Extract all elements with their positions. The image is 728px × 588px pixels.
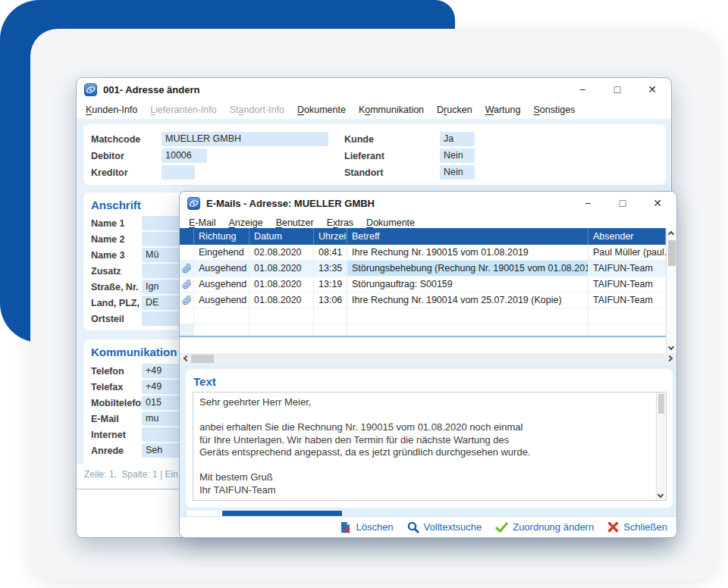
- col-attachment[interactable]: [180, 228, 194, 245]
- name3-label: Name 3: [91, 248, 124, 263]
- menu-standort-info: Standort-Info: [230, 105, 284, 115]
- menu-e-mail[interactable]: E-Mail: [189, 217, 215, 228]
- anrede-label: Anrede: [91, 443, 124, 458]
- maximize-button[interactable]: □: [606, 81, 629, 98]
- zusatz-label: Zusatz: [91, 264, 121, 279]
- telefax-label: Telefax: [91, 380, 123, 395]
- table-vertical-scrollbar[interactable]: [666, 228, 676, 353]
- debitor-input[interactable]: 10006: [162, 149, 207, 163]
- col-datum[interactable]: Datum: [249, 228, 314, 245]
- email-table-header[interactable]: Richtung Datum Uhrzeit Betreff Absender: [180, 228, 666, 245]
- menu-wartung[interactable]: Wartung: [485, 105, 521, 115]
- email-body-text[interactable]: Sehr geehrter Herr Meier, anbei erhalten…: [193, 392, 667, 501]
- matchcode-label: Matchcode: [91, 132, 140, 147]
- attachment-cell: [180, 292, 194, 308]
- adresse-kopf-panel: Matchcode MUELLER GMBH Kunde Ja Debitor …: [83, 124, 667, 186]
- email-row[interactable]: Ausgehend 01.08.2020 13:19 Störungauftra…: [180, 277, 666, 292]
- ortsteil-label: Ortsteil: [91, 311, 124, 327]
- debitor-label: Debitor: [91, 149, 124, 164]
- datum-cell: 02.08.2020: [249, 245, 314, 260]
- loeschen-button[interactable]: Löschen: [340, 521, 393, 533]
- attachment-cell: [180, 277, 194, 292]
- menu-dokumente[interactable]: Dokumente: [297, 105, 346, 115]
- email-row-selected[interactable]: Ausgehend 01.08.2020 13:35 Störungsbeheb…: [180, 261, 666, 277]
- matchcode-input[interactable]: MUELLER GMBH: [162, 132, 328, 146]
- uhrzeit-cell: 13:35: [314, 261, 347, 276]
- text-heading: Text: [193, 375, 216, 388]
- scrollbar-thumb[interactable]: [668, 240, 676, 266]
- email-label: E-Mail: [91, 411, 119, 427]
- col-betreff[interactable]: Betreff: [347, 228, 588, 245]
- menu-sonstiges[interactable]: Sonstiges: [533, 105, 575, 115]
- schliessen-button[interactable]: Schließen: [607, 521, 667, 533]
- menu-kunden-info[interactable]: Kunden-Info: [86, 105, 137, 115]
- menu-anzeige[interactable]: Anzeige: [228, 217, 262, 228]
- absender-cell: TAIFUN-Team: [588, 292, 666, 308]
- window2-toolbar: Löschen Volltextsuche Zuordnung ändern S…: [180, 516, 676, 537]
- absender-cell: Paul Müller (paul.m: [588, 245, 666, 260]
- datum-cell: 01.08.2020: [249, 261, 314, 276]
- email-row[interactable]: Eingehend 02.08.2020 08:41 Ihre Rechung …: [180, 245, 666, 261]
- table-horizontal-scrollbar[interactable]: [180, 353, 676, 364]
- paperclip-icon: [182, 280, 192, 289]
- window2-content: Text Sehr geehrter Herr Meier, anbei erh…: [180, 364, 676, 516]
- paperclip-icon: [182, 264, 192, 274]
- uhrzeit-cell: 13:06: [314, 292, 347, 308]
- menu-drucken[interactable]: Drucken: [437, 105, 472, 115]
- attachment-cell: [180, 245, 194, 260]
- search-icon: [407, 521, 419, 533]
- window2-titlebar[interactable]: E-Mails - Adresse: MUELLER GMBH − □ ✕: [180, 192, 676, 214]
- menu-kommunikation[interactable]: Kommunikation: [359, 105, 424, 115]
- minimize-button[interactable]: −: [576, 195, 599, 211]
- close-x-icon: [607, 521, 619, 533]
- window1-title: 001- Adresse ändern: [103, 84, 199, 95]
- absender-cell: TAIFUN-Team: [588, 261, 666, 276]
- window1-titlebar[interactable]: 001- Adresse ändern − □ ✕: [77, 78, 671, 101]
- scroll-up-icon[interactable]: [668, 231, 674, 237]
- close-button[interactable]: ✕: [641, 81, 664, 98]
- name2-label: Name 2: [91, 232, 124, 247]
- zuordnung-aendern-label: Zuordnung ändern: [513, 521, 594, 533]
- uhrzeit-cell: 08:41: [314, 245, 347, 260]
- lieferant-input[interactable]: Nein: [440, 149, 475, 163]
- richtung-cell: Ausgehend: [194, 277, 249, 292]
- text-vertical-scrollbar[interactable]: [656, 393, 665, 500]
- col-richtung[interactable]: Richtung: [194, 228, 249, 245]
- email-row[interactable]: Ausgehend 01.08.2020 13:06 Ihre Rechung …: [180, 292, 666, 308]
- close-button[interactable]: ✕: [646, 195, 669, 211]
- checkmark-icon: [495, 522, 508, 533]
- standort-input[interactable]: Nein: [440, 165, 475, 180]
- scroll-left-icon[interactable]: [184, 355, 190, 361]
- menu-extras[interactable]: Extras: [327, 217, 353, 228]
- kommunikation-heading: Kommunikation: [91, 346, 177, 358]
- telefon-label: Telefon: [91, 364, 124, 379]
- strasse-label: Straße, Nr.: [91, 280, 139, 295]
- volltextsuche-button[interactable]: Volltextsuche: [407, 521, 482, 533]
- lieferant-label: Lieferant: [344, 149, 384, 164]
- schliessen-label: Schließen: [623, 521, 667, 533]
- text-panel: Text Sehr geehrter Herr Meier, anbei erh…: [185, 368, 673, 508]
- betreff-cell: Ihre Rechung Nr. 190015 vom 01.08.2019: [347, 245, 588, 260]
- volltextsuche-label: Volltextsuche: [424, 521, 482, 533]
- scrollbar-thumb[interactable]: [658, 394, 664, 414]
- menu-benutzer[interactable]: Benutzer: [276, 217, 314, 228]
- kreditor-label: Kreditor: [91, 165, 128, 180]
- menu-lieferanten-info: Lieferanten-Info: [150, 105, 217, 115]
- kunde-input[interactable]: Ja: [440, 132, 475, 146]
- zuordnung-aendern-button[interactable]: Zuordnung ändern: [495, 521, 594, 533]
- taifun-logo-icon: [84, 83, 97, 96]
- datum-cell: 01.08.2020: [249, 277, 314, 292]
- col-uhrzeit[interactable]: Uhrzeit: [314, 228, 347, 245]
- col-absender[interactable]: Absender: [588, 228, 666, 245]
- scrollbar-thumb[interactable]: [191, 355, 214, 363]
- menu-dokumente[interactable]: Dokumente: [366, 217, 415, 228]
- kreditor-input[interactable]: [162, 165, 195, 180]
- scroll-right-icon[interactable]: [667, 355, 673, 361]
- maximize-button[interactable]: □: [611, 195, 634, 211]
- scroll-down-icon[interactable]: [668, 344, 674, 350]
- empty-row: [180, 324, 666, 336]
- delete-document-icon: [340, 521, 351, 533]
- minimize-button[interactable]: −: [571, 81, 594, 98]
- internet-label: Internet: [91, 427, 126, 443]
- scroll-down-icon[interactable]: [657, 492, 664, 498]
